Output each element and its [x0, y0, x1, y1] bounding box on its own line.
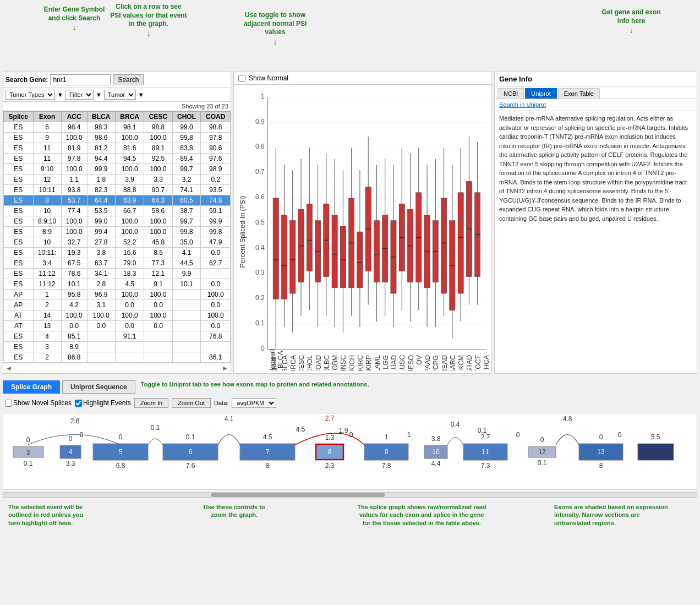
- table-row[interactable]: ES10:11:19.33.816.68.54.10.0: [4, 248, 231, 258]
- splice-arc-12-13: [556, 435, 579, 445]
- svg-text:6.8: 6.8: [116, 462, 125, 470]
- annotation-zoom-controls: Use these controls tozoom the graph.: [179, 503, 289, 527]
- svg-rect-26: [273, 198, 278, 299]
- highlight-label: Highlight Events: [75, 399, 131, 407]
- svg-text:0: 0: [80, 431, 84, 439]
- table-row[interactable]: ES9:10100.099.9100.0100.099.798.9: [4, 164, 231, 175]
- highlight-checkbox[interactable]: [75, 400, 82, 407]
- splice-graph-tab[interactable]: Splice Graph: [3, 380, 60, 394]
- table-row[interactable]: ES11:1210.12.84.59.110.10.0: [4, 279, 231, 290]
- col-cesc[interactable]: CESC: [144, 112, 172, 122]
- tumor-types-select[interactable]: Tumor Types: [6, 90, 55, 100]
- svg-text:4.5: 4.5: [263, 433, 272, 441]
- col-acc[interactable]: ACC: [61, 112, 87, 122]
- annotation-gene-symbol: Enter Gene Symbol and click Search ↓: [41, 6, 107, 32]
- svg-text:6: 6: [189, 448, 193, 456]
- svg-rect-34: [290, 221, 296, 293]
- table-row[interactable]: ES1077.453.566.758.638.759.1: [4, 206, 231, 216]
- uniprot-link[interactable]: Search in Uniprot: [495, 99, 697, 111]
- splice-arc-6-7: [218, 435, 240, 445]
- filter-bar: Tumor Types ▼ Filter ▼ Tumor ▼: [3, 88, 231, 102]
- svg-text:0.1: 0.1: [151, 424, 160, 432]
- search-bar: Search Gene: Search: [3, 72, 231, 88]
- table-row[interactable]: ES10:1193.882.388.890.774.193.5: [4, 185, 231, 195]
- svg-text:0.6: 0.6: [255, 193, 265, 201]
- data-table: Splice Exon ACC BLCA BRCA CESC CHOL COAD…: [3, 111, 231, 363]
- table-row[interactable]: ES286.886.1: [4, 352, 231, 363]
- svg-rect-64: [374, 221, 379, 282]
- data-label: Data:: [214, 400, 228, 406]
- annotation-toggle: Use toggle to showadjacent normal PSIval…: [239, 11, 311, 47]
- table-row[interactable]: ES9100.098.6100.0100.099.897.8: [4, 133, 231, 143]
- tab-exon-table[interactable]: Exon Table: [558, 88, 600, 99]
- table-row[interactable]: ES698.498.398.198.899.098.8: [4, 122, 231, 133]
- svg-rect-88: [441, 198, 446, 293]
- table-row[interactable]: ES1032.727.852.245.835.047.9: [4, 237, 231, 248]
- tumor-select[interactable]: Tumor: [104, 90, 136, 100]
- table-row[interactable]: ES485.191.176.8: [4, 331, 231, 342]
- svg-text:0.3: 0.3: [255, 269, 265, 276]
- col-coad[interactable]: COAD: [201, 112, 231, 122]
- annotation-gene-info: Get gene and exoninfo here ↓: [595, 8, 667, 35]
- table-row[interactable]: AP195.896.9100.0100.0100.0: [4, 290, 231, 300]
- table-row[interactable]: ES1197.894.494.592.589.497.6: [4, 154, 231, 164]
- svg-text:0: 0: [516, 431, 520, 439]
- svg-text:4.4: 4.4: [431, 460, 441, 467]
- annotation-click-row: Click on a row to seePSI values for that…: [110, 3, 187, 39]
- svg-text:KIRP: KIRP: [365, 355, 373, 370]
- table-row[interactable]: ES853.764.463.964.360.574.8: [4, 195, 231, 206]
- svg-text:0: 0: [540, 436, 544, 444]
- table-row[interactable]: AT14100.0100.0100.0100.0100.0: [4, 310, 231, 321]
- table-row[interactable]: ES8:9:10100.099.0100.0100.099.799.9: [4, 216, 231, 227]
- search-button[interactable]: Search: [113, 74, 144, 85]
- filter-select[interactable]: Filter: [65, 90, 94, 100]
- table-container[interactable]: Splice Exon ACC BLCA BRCA CESC CHOL COAD…: [3, 111, 231, 363]
- svg-text:13: 13: [597, 448, 605, 456]
- uniprot-sequence-tab[interactable]: Uniprot Sequence: [62, 380, 135, 394]
- svg-text:THCA: THCA: [483, 355, 489, 370]
- col-brca[interactable]: BRCA: [115, 112, 144, 122]
- table-row[interactable]: AT130.00.00.00.00.0: [4, 321, 231, 331]
- table-row[interactable]: AP24.23.10.00.00.0: [4, 300, 231, 310]
- show-novel-checkbox[interactable]: [5, 400, 12, 407]
- data-select[interactable]: avgOPKM: [232, 398, 276, 408]
- chart-svg: Percent Spliced-In (PSI) 0 0.1: [237, 88, 489, 370]
- svg-text:4.8: 4.8: [563, 415, 572, 423]
- table-row[interactable]: ES121.11.83.93.33.20.2: [4, 175, 231, 185]
- show-normal-checkbox[interactable]: [238, 75, 245, 82]
- svg-text:2.7: 2.7: [325, 415, 335, 422]
- left-panel: Search Gene: Search Tumor Types ▼ Filter…: [3, 72, 231, 374]
- svg-text:7.8: 7.8: [382, 462, 391, 470]
- svg-text:0: 0: [618, 431, 622, 439]
- svg-text:9: 9: [385, 448, 389, 456]
- bottom-scroll[interactable]: [3, 492, 697, 498]
- svg-text:LUSC: LUSC: [398, 355, 406, 370]
- col-splice[interactable]: Splice: [4, 112, 34, 122]
- svg-text:11: 11: [482, 448, 489, 456]
- scroll-thumb[interactable]: [211, 493, 385, 497]
- table-row[interactable]: ES8:9100.099.4100.0100.099.899.8: [4, 227, 231, 237]
- col-blca[interactable]: BLCA: [87, 112, 115, 122]
- svg-text:3.8: 3.8: [431, 435, 441, 443]
- table-row[interactable]: ES11:1278.634.118.312.19.9: [4, 269, 231, 279]
- svg-rect-58: [357, 232, 363, 288]
- svg-rect-49: [332, 215, 337, 288]
- col-chol[interactable]: CHOL: [172, 112, 201, 122]
- table-row[interactable]: ES38.9: [4, 342, 231, 352]
- svg-rect-94: [458, 193, 463, 293]
- tab-uniprot[interactable]: Uniprot: [525, 88, 556, 99]
- svg-text:0.1: 0.1: [478, 427, 487, 434]
- svg-text:12: 12: [538, 448, 546, 456]
- svg-text:3.3: 3.3: [66, 460, 75, 467]
- search-input[interactable]: [50, 74, 111, 85]
- svg-text:tcga-all: tcga-all: [270, 355, 277, 370]
- table-row[interactable]: ES3:467.563.779.077.344.562.7: [4, 258, 231, 269]
- zoom-in-button[interactable]: Zoom In: [134, 398, 168, 408]
- zoom-out-button[interactable]: Zoom Out: [172, 398, 211, 408]
- table-row[interactable]: ES1181.981.281.689.183.890.6: [4, 143, 231, 154]
- svg-text:1: 1: [407, 431, 411, 439]
- tab-ncbi[interactable]: NCBI: [497, 88, 524, 99]
- col-exon[interactable]: Exon: [33, 112, 61, 122]
- svg-text:OV: OV: [415, 355, 423, 364]
- svg-text:0: 0: [69, 435, 73, 443]
